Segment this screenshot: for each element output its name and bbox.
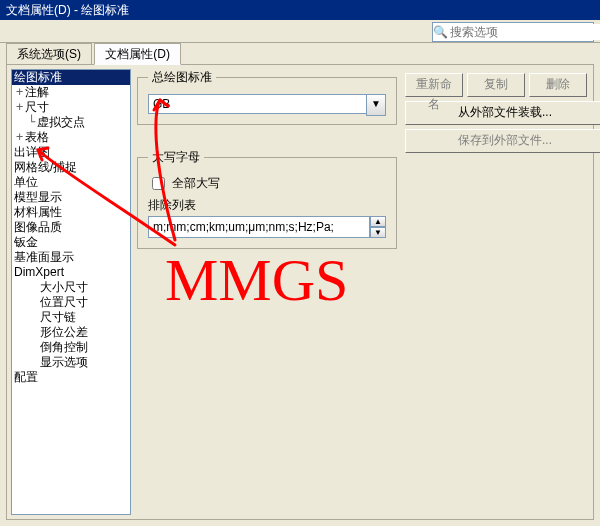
titlebar: 文档属性(D) - 绘图标准 — [0, 0, 600, 20]
tree-chain-dimension[interactable]: 尺寸链 — [12, 310, 130, 325]
tab-system-options[interactable]: 系统选项(S) — [6, 43, 92, 64]
expand-icon[interactable]: + — [14, 100, 25, 115]
copy-button[interactable]: 复制 — [467, 73, 525, 97]
nav-tree[interactable]: 绘图标准 +注解 +尺寸 └虚拟交点 +表格 出详图 网格线/捕捉 单位 模型显… — [11, 69, 131, 515]
tree-plane-display[interactable]: 基准面显示 — [12, 250, 130, 265]
overall-standard-value[interactable] — [148, 94, 366, 114]
overall-standard-legend: 总绘图标准 — [148, 69, 216, 86]
dropdown-icon[interactable]: ▼ — [366, 94, 386, 116]
window-title: 文档属性(D) - 绘图标准 — [6, 3, 129, 17]
expand-icon[interactable]: + — [14, 130, 25, 145]
tree-detailing[interactable]: 出详图 — [12, 145, 130, 160]
tree-dimensions[interactable]: +尺寸 — [12, 100, 130, 115]
tree-size-dimension[interactable]: 大小尺寸 — [12, 280, 130, 295]
leaf-icon: └ — [26, 115, 37, 130]
uppercase-group: 大写字母 全部大写 排除列表 ▲ ▼ — [137, 149, 397, 249]
standard-buttons: 重新命名 复制 删除 从外部文件装载... 保存到外部文件... — [405, 73, 587, 157]
all-uppercase-option[interactable]: 全部大写 — [148, 176, 220, 190]
spinner-down-icon[interactable]: ▼ — [370, 227, 386, 238]
spinner-up-icon[interactable]: ▲ — [370, 216, 386, 227]
all-uppercase-label: 全部大写 — [172, 176, 220, 190]
search-box[interactable]: 🔍 — [432, 22, 594, 42]
tree-image-quality[interactable]: 图像品质 — [12, 220, 130, 235]
tree-sheet-metal[interactable]: 钣金 — [12, 235, 130, 250]
delete-button[interactable]: 删除 — [529, 73, 587, 97]
tree-grid-snap[interactable]: 网格线/捕捉 — [12, 160, 130, 175]
tree-tables[interactable]: +表格 — [12, 130, 130, 145]
overall-standard-group: 总绘图标准 ▼ — [137, 69, 397, 125]
save-external-button[interactable]: 保存到外部文件... — [405, 129, 600, 153]
exclusion-list-label: 排除列表 — [148, 197, 386, 214]
overall-standard-combo[interactable]: ▼ — [148, 94, 386, 114]
exclusion-list-input[interactable] — [148, 216, 370, 238]
tree-location-dimension[interactable]: 位置尺寸 — [12, 295, 130, 310]
rename-button[interactable]: 重新命名 — [405, 73, 463, 97]
tree-units[interactable]: 单位 — [12, 175, 130, 190]
tree-geometric-tolerance[interactable]: 形位公差 — [12, 325, 130, 340]
settings-area: 总绘图标准 ▼ 重新命名 复制 删除 从外部文件装载... 保存到外部文件... — [137, 69, 587, 515]
tree-material-properties[interactable]: 材料属性 — [12, 205, 130, 220]
tree-dimxpert[interactable]: DimXpert — [12, 265, 130, 280]
tab-document-properties[interactable]: 文档属性(D) — [94, 43, 181, 65]
tree-model-display[interactable]: 模型显示 — [12, 190, 130, 205]
tree-configurations[interactable]: 配置 — [12, 370, 130, 385]
toolbar: 🔍 — [0, 20, 600, 43]
expand-icon[interactable]: + — [14, 85, 25, 100]
tab-strip: 系统选项(S) 文档属性(D) — [6, 42, 600, 64]
tree-chamfer-controls[interactable]: 倒角控制 — [12, 340, 130, 355]
tree-virtual-sharps[interactable]: └虚拟交点 — [12, 115, 130, 130]
uppercase-legend: 大写字母 — [148, 149, 204, 166]
search-input[interactable] — [448, 24, 600, 40]
options-panel: 绘图标准 +注解 +尺寸 └虚拟交点 +表格 出详图 网格线/捕捉 单位 模型显… — [6, 64, 594, 520]
tree-display-options[interactable]: 显示选项 — [12, 355, 130, 370]
exclusion-spinner[interactable]: ▲ ▼ — [370, 216, 386, 238]
search-icon: 🔍 — [433, 25, 448, 39]
tree-annotations[interactable]: +注解 — [12, 85, 130, 100]
all-uppercase-checkbox[interactable] — [152, 177, 165, 190]
tree-drafting-standard[interactable]: 绘图标准 — [12, 70, 130, 85]
